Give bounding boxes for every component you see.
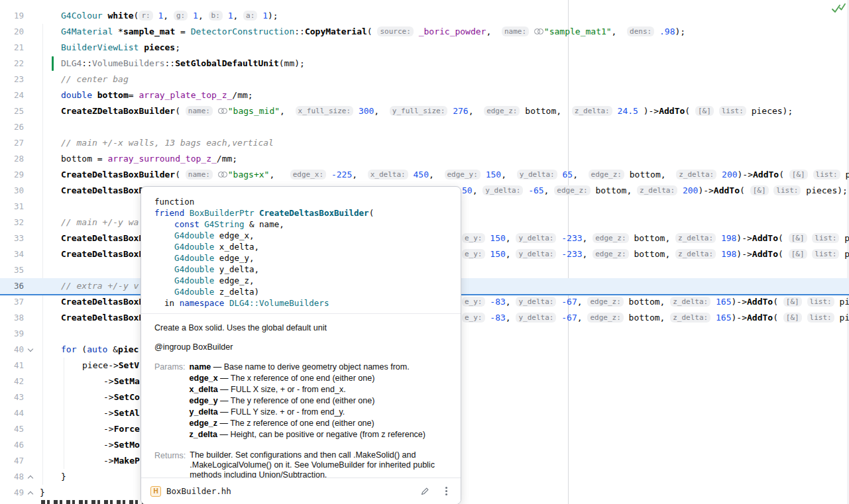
line-number[interactable]: 38	[0, 310, 24, 326]
code-text-after-popup[interactable]: 50, y_delta: -65, edge_z: bottom, z_delt…	[462, 183, 848, 199]
line-number[interactable]: 26	[0, 119, 24, 135]
code-line-28[interactable]: 28bottom = array_surround_top_z_/mm;	[0, 151, 849, 167]
edit-pencil-icon[interactable]	[420, 487, 429, 496]
line-number[interactable]: 36	[0, 278, 24, 294]
code-line-23[interactable]: 23// center bag	[0, 72, 849, 87]
code-text[interactable]: // center bag	[61, 72, 129, 87]
fold-end-icon[interactable]	[27, 490, 34, 497]
token-pl: ,	[506, 249, 516, 259]
line-number[interactable]: 29	[0, 167, 24, 183]
code-text[interactable]: ->SetMa	[103, 374, 140, 389]
line-number[interactable]: 32	[0, 215, 24, 230]
code-text[interactable]: BuilderViewList pieces;	[61, 40, 180, 56]
param-name-hint-chip: edge_z:	[587, 313, 623, 323]
code-line-21[interactable]: 21BuilderViewList pieces;	[0, 40, 849, 56]
line-number[interactable]: 42	[0, 374, 24, 389]
code-text[interactable]: // main +/-x walls, 13 bags each,vertica…	[61, 135, 274, 151]
code-text-after-popup[interactable]: e_y: 150, y_delta: -233, edge_z: bottom,…	[462, 246, 849, 262]
token-pl: pieces);	[834, 313, 849, 323]
code-text[interactable]: // extra +/-y v	[61, 278, 139, 294]
code-text[interactable]: CreateDeltasBoxB	[61, 246, 144, 262]
line-number[interactable]: 48	[0, 469, 24, 485]
line-number[interactable]: 34	[0, 246, 24, 262]
code-line-19[interactable]: 19G4Colour white(r: 1, g: 1, b: 1, a: 1)…	[0, 8, 849, 24]
line-number[interactable]: 44	[0, 405, 24, 421]
token-pl: pieces);	[839, 249, 849, 259]
code-line-26[interactable]: 26	[0, 119, 849, 135]
line-number[interactable]: 43	[0, 389, 24, 405]
code-text[interactable]: ->SetMo	[103, 437, 140, 453]
code-text[interactable]: CreateDeltasBoxBuilder( name: "bags+x", …	[61, 167, 849, 183]
line-number[interactable]: 35	[0, 262, 24, 278]
code-text[interactable]: G4Colour white(r: 1, g: 1, b: 1, a: 1);	[61, 8, 278, 24]
token-pl: (mm);	[279, 58, 305, 68]
line-number[interactable]: 33	[0, 230, 24, 246]
line-number[interactable]: 39	[0, 326, 24, 342]
code-text[interactable]: G4Material *sample_mat = DetectorConstru…	[61, 24, 685, 40]
line-number[interactable]: 30	[0, 183, 24, 199]
code-text[interactable]: ->SetCo	[103, 389, 140, 405]
line-number[interactable]: 22	[0, 56, 24, 72]
line-number[interactable]: 31	[0, 199, 24, 215]
line-number[interactable]: 24	[0, 87, 24, 103]
token-pl	[807, 233, 813, 243]
line-number[interactable]: 46	[0, 437, 24, 453]
token-pl: ::	[294, 26, 305, 36]
code-text[interactable]: ->Force	[103, 421, 140, 437]
code-text[interactable]: bottom = array_surround_top_z_/mm;	[61, 151, 237, 167]
line-number[interactable]: 20	[0, 24, 24, 40]
code-text[interactable]: double bottom= array_plate_top_z_/mm;	[61, 87, 253, 103]
code-text[interactable]: ->SetAl	[103, 405, 140, 421]
token-num: -83	[490, 313, 505, 323]
line-number[interactable]: 47	[0, 453, 24, 469]
inspections-ok-icon[interactable]	[830, 3, 846, 17]
line-number[interactable]: 45	[0, 421, 24, 437]
more-options-icon[interactable]	[441, 485, 451, 497]
code-text[interactable]: for (auto &piec	[61, 342, 139, 358]
token-fn: CopyMaterial	[305, 26, 367, 36]
code-text[interactable]: CreateDeltasBoxB	[61, 230, 144, 246]
code-line-22[interactable]: 22DLG4::VolumeBuilders::SetGlobalDefault…	[0, 56, 849, 72]
code-text[interactable]: CreateDeltasBoxB	[61, 183, 144, 199]
line-number[interactable]: 41	[0, 358, 24, 374]
code-text-after-popup[interactable]: e_y: -83, y_delta: -67, edge_z: bottom, …	[462, 310, 849, 326]
code-text[interactable]: }	[40, 485, 45, 501]
code-text[interactable]: ->MakeP	[103, 453, 140, 469]
line-number[interactable]: 40	[0, 342, 24, 358]
line-number[interactable]: 27	[0, 135, 24, 151]
code-line-24[interactable]: 24double bottom= array_plate_top_z_/mm;	[0, 87, 849, 103]
param-name-hint-chip: b:	[209, 11, 223, 21]
token-pl: &	[107, 344, 118, 354]
code-text[interactable]: // main +/-y wa	[61, 215, 139, 230]
token-kw: const	[174, 219, 199, 229]
code-text-after-popup[interactable]: e_y: 150, y_delta: -233, edge_z: bottom,…	[462, 230, 849, 246]
line-number[interactable]: 19	[0, 8, 24, 24]
code-line-25[interactable]: 25CreateZDeltaBoxBuilder( name: "bags_mi…	[0, 103, 849, 119]
by-ref-hint-chip: [&]	[750, 185, 769, 195]
line-number[interactable]: 49	[0, 485, 24, 501]
code-text[interactable]: }	[61, 469, 66, 485]
line-number[interactable]: 37	[0, 294, 24, 310]
code-text[interactable]: piece->SetV	[82, 358, 139, 374]
code-text[interactable]: CreateDeltasBoxB	[61, 294, 144, 310]
fold-expanded-icon[interactable]	[27, 347, 34, 354]
line-number[interactable]: 28	[0, 151, 24, 167]
param-name-hint-chip: y_delta:	[516, 297, 556, 307]
token-num: 200	[683, 185, 698, 195]
code-text[interactable]: CreateZDeltaBoxBuilder( name: "bags_mid"…	[61, 103, 793, 119]
line-number[interactable]: 23	[0, 72, 24, 87]
code-text-after-popup[interactable]: e_y: -83, y_delta: -67, edge_z: bottom, …	[462, 294, 849, 310]
token-fn: CreateDeltasBoxB	[61, 185, 144, 195]
code-text[interactable]: CreateDeltasBoxB	[61, 310, 144, 326]
token-pl	[257, 11, 262, 21]
line-number[interactable]: 21	[0, 40, 24, 56]
vcs-change-marker[interactable]	[52, 56, 54, 71]
code-text[interactable]: DLG4::VolumeBuilders::SetGlobalDefaultUn…	[61, 56, 305, 72]
token-num: -67	[561, 313, 577, 323]
fold-end-icon[interactable]	[27, 474, 34, 481]
code-line-29[interactable]: 29CreateDeltasBoxBuilder( name: "bags+x"…	[0, 167, 849, 183]
code-line-20[interactable]: 20G4Material *sample_mat = DetectorConst…	[0, 24, 849, 40]
line-number[interactable]: 25	[0, 103, 24, 119]
code-line-27[interactable]: 27// main +/-x walls, 13 bags each,verti…	[0, 135, 849, 151]
doc-file-name[interactable]: BoxBuilder.hh	[166, 486, 231, 496]
